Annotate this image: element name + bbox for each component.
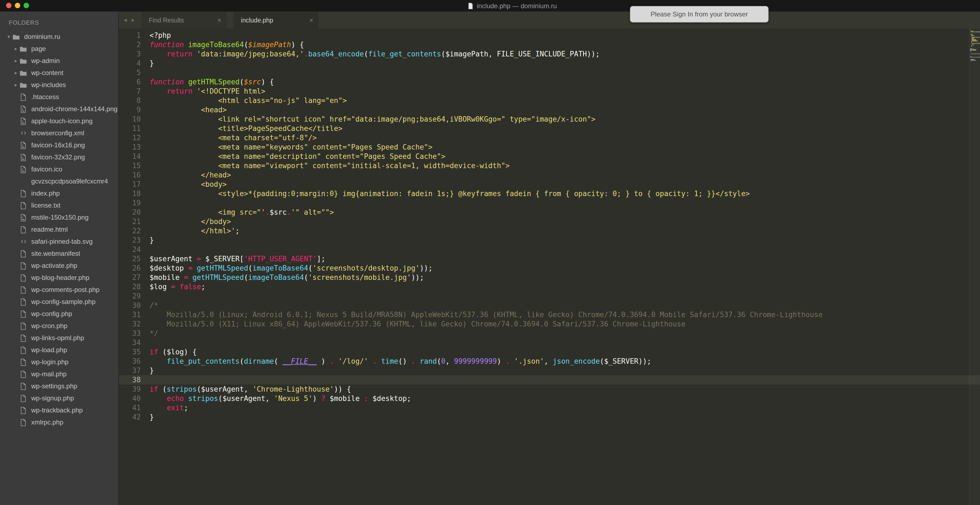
code-line-27[interactable]: 27$mobile = getHTMLSpeed(imageToBase64('… [119, 273, 980, 282]
code-line-23[interactable]: 23} [119, 235, 980, 245]
tree-item-gcvzscpcdpsoa9lefcxcmr4[interactable]: gcvzscpcdpsoa9lefcxcmr4 [0, 175, 118, 187]
tree-item-wp-config-sample-php[interactable]: wp-config-sample.php [0, 296, 118, 308]
code-line-6[interactable]: 6function getHTMLSpeed($src) { [119, 77, 980, 87]
code-line-11[interactable]: 11 <title>PageSpeedCache</title> [119, 124, 980, 133]
code-line-8[interactable]: 8 <html class="no-js" lang="en"> [119, 96, 980, 105]
tree-item-site-webmanifest[interactable]: site.webmanifest [0, 248, 118, 260]
tree-item-xmlrpc-php[interactable]: xmlrpc.php [0, 416, 118, 428]
code-line-22[interactable]: 22 </html>'; [119, 226, 980, 235]
tree-item-favicon-32x32-png[interactable]: favicon-32x32.png [0, 151, 118, 163]
code-line-16[interactable]: 16 </head> [119, 170, 980, 179]
tree-item-wp-trackback-php[interactable]: wp-trackback.php [0, 404, 118, 416]
tree-item-wp-cron-php[interactable]: wp-cron.php [0, 320, 118, 332]
tab-scroll-arrows: ◀ ▶ [119, 11, 141, 29]
code-line-35[interactable]: 35if ($log) { [119, 347, 980, 357]
minimize-window-button[interactable] [15, 3, 20, 8]
code-line-36[interactable]: 36 file_put_contents(dirname( __FILE__ )… [119, 357, 980, 366]
code-line-9[interactable]: 9 <head> [119, 105, 980, 114]
close-window-button[interactable] [6, 3, 11, 8]
code-line-38[interactable]: 38 [119, 375, 980, 384]
sign-in-notification: Please Sign In from your browser [630, 6, 768, 22]
code-line-24[interactable]: 24 [119, 245, 980, 254]
tree-item-page[interactable]: ▸page [0, 43, 118, 55]
tree-item-wp-config-php[interactable]: wp-config.php [0, 308, 118, 320]
tab-find-results[interactable]: Find Results× [141, 11, 227, 29]
tree-item-index-php[interactable]: index.php [0, 187, 118, 199]
tree-item-android-chrome-144x144-png[interactable]: android-chrome-144x144.png [0, 103, 118, 115]
line-number: 32 [119, 319, 141, 329]
collapse-icon[interactable]: ▾ [5, 34, 12, 40]
code-line-31[interactable]: 31 Mozilla/5.0 (Linux; Android 6.0.1; Ne… [119, 310, 980, 319]
code-line-5[interactable]: 5 [119, 68, 980, 77]
tab-close-icon[interactable]: × [310, 17, 313, 23]
tree-item-dominium-ru[interactable]: ▾dominium.ru [0, 31, 118, 43]
tree-item-wp-includes[interactable]: ▸wp-includes [0, 79, 118, 91]
expand-icon[interactable]: ▸ [13, 46, 19, 51]
tree-item-favicon-ico[interactable]: favicon.ico [0, 163, 118, 175]
tree-item-wp-signup-php[interactable]: wp-signup.php [0, 392, 118, 404]
tree-item-wp-settings-php[interactable]: wp-settings.php [0, 380, 118, 392]
code-line-32[interactable]: 32 Mozilla/5.0 (X11; Linux x86_64) Apple… [119, 319, 980, 329]
tab-scroll-right-icon[interactable]: ▶ [132, 18, 135, 22]
code-line-33[interactable]: 33*/ [119, 329, 980, 338]
tree-item-license-txt[interactable]: license.txt [0, 199, 118, 211]
tree-item-browserconfig-xml[interactable]: browserconfig.xml [0, 127, 118, 139]
code-line-21[interactable]: 21 </body> [119, 217, 980, 226]
code-line-25[interactable]: 25$userAgent = $_SERVER['HTTP_USER_AGENT… [119, 254, 980, 264]
expand-icon[interactable]: ▸ [13, 82, 19, 87]
folder-icon [19, 69, 27, 77]
code-line-34[interactable]: 34 [119, 338, 980, 347]
tree-item-wp-load-php[interactable]: wp-load.php [0, 344, 118, 356]
code-line-40[interactable]: 40 echo stripos($userAgent, 'Nexus 5') ?… [119, 394, 980, 403]
tree-item--htaccess[interactable]: .htaccess [0, 91, 118, 103]
line-number: 21 [119, 217, 141, 226]
editor[interactable]: 1<?php2function imageToBase64($imagePath… [119, 29, 980, 505]
expand-icon[interactable]: ▸ [13, 58, 19, 64]
code-line-26[interactable]: 26$desktop = getHTMLSpeed(imageToBase64(… [119, 264, 980, 273]
tree-item-wp-links-opml-php[interactable]: wp-links-opml.php [0, 332, 118, 344]
code-line-7[interactable]: 7 return '<!DOCTYPE html> [119, 87, 980, 96]
zoom-window-button[interactable] [24, 3, 29, 8]
code-line-19[interactable]: 19 [119, 198, 980, 208]
code-line-29[interactable]: 29 [119, 291, 980, 301]
tree-item-safari-pinned-tab-svg[interactable]: safari-pinned-tab.svg [0, 235, 118, 248]
code-line-30[interactable]: 30/* [119, 301, 980, 310]
code-line-18[interactable]: 18 <style>*{padding:0;margin:0} img{anim… [119, 189, 980, 198]
line-number: 3 [119, 49, 141, 59]
tree-item-wp-comments-post-php[interactable]: wp-comments-post.php [0, 284, 118, 296]
tree-item-wp-blog-header-php[interactable]: wp-blog-header.php [0, 272, 118, 284]
code-line-15[interactable]: 15 <meta name="viewport" content="initia… [119, 161, 980, 170]
expand-icon[interactable]: ▸ [13, 70, 19, 76]
tree-item-wp-content[interactable]: ▸wp-content [0, 67, 118, 79]
tree-item-wp-login-php[interactable]: wp-login.php [0, 356, 118, 368]
code-line-28[interactable]: 28$log = false; [119, 282, 980, 291]
tree-item-favicon-16x16-png[interactable]: favicon-16x16.png [0, 139, 118, 151]
line-number: 1 [119, 31, 141, 40]
code-line-10[interactable]: 10 <link rel="shortcut icon" href="data:… [119, 114, 980, 124]
code-line-42[interactable]: 42} [119, 413, 980, 422]
code-line-41[interactable]: 41 exit; [119, 403, 980, 413]
tab-close-icon[interactable]: × [218, 17, 221, 23]
code-line-14[interactable]: 14 <meta name="description" content="Pag… [119, 152, 980, 161]
tab-scroll-left-icon[interactable]: ◀ [124, 18, 127, 22]
code-line-13[interactable]: 13 <meta name="keywords" content="Pages … [119, 142, 980, 152]
code-line-17[interactable]: 17 <body> [119, 179, 980, 189]
tree-item-apple-touch-icon-png[interactable]: apple-touch-icon.png [0, 115, 118, 127]
tree-item-wp-mail-php[interactable]: wp-mail.php [0, 368, 118, 380]
line-number: 11 [119, 124, 141, 133]
code-line-1[interactable]: 1<?php [119, 31, 980, 40]
code-line-12[interactable]: 12 <meta charset="utf-8"/> [119, 133, 980, 142]
code-line-2[interactable]: 2function imageToBase64($imagePath) { [119, 40, 980, 49]
tree-item-label: wp-load.php [31, 346, 67, 354]
tree-item-wp-activate-php[interactable]: wp-activate.php [0, 260, 118, 272]
tree-item-mstile-150x150-png[interactable]: mstile-150x150.png [0, 211, 118, 224]
code-line-39[interactable]: 39if (stripos($userAgent, 'Chrome-Lighth… [119, 384, 980, 394]
code-line-4[interactable]: 4} [119, 59, 980, 68]
tree-item-readme-html[interactable]: readme.html [0, 224, 118, 235]
tab-include-php[interactable]: include.php× [233, 11, 319, 29]
code-line-37[interactable]: 37} [119, 366, 980, 375]
code-line-20[interactable]: 20 <img src="'.$src.'" alt=""> [119, 208, 980, 217]
tree-item-wp-admin[interactable]: ▸wp-admin [0, 55, 118, 67]
code-line-3[interactable]: 3 return 'data:image/jpeg;base64,'.base6… [119, 49, 980, 59]
minimap[interactable] [969, 29, 980, 505]
